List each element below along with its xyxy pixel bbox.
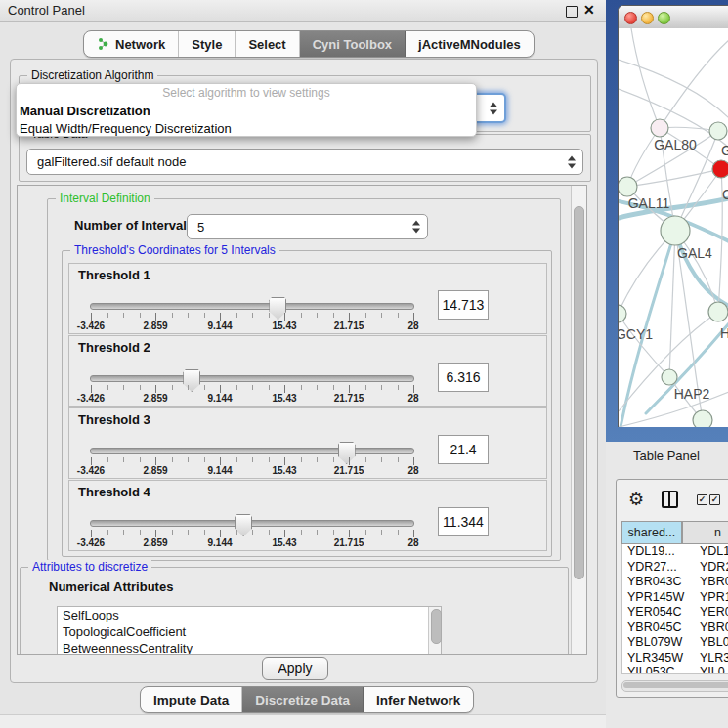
control-panel-titlebar: Control Panel ✕ — [0, 0, 606, 22]
tab-jactivemnodules[interactable]: jActiveMNodules — [406, 31, 534, 57]
tab-label: Impute Data — [153, 693, 229, 707]
threshold-label: Threshold 1 — [78, 268, 150, 282]
tab-style[interactable]: Style — [179, 31, 236, 57]
table-row[interactable]: YIL053CYIL0 — [622, 665, 728, 674]
tick-label: 9.144 — [207, 465, 232, 476]
settings-scrollpane: Interval Definition Number of Intervals … — [17, 185, 587, 655]
table-row[interactable]: YBR043CYBR0 — [622, 575, 728, 590]
gear-icon[interactable]: ⚙ — [628, 489, 644, 510]
tick-label: 21.715 — [334, 465, 364, 476]
attribute-list-item[interactable]: BetweennessCentrality — [58, 640, 441, 655]
threshold-slider[interactable] — [90, 375, 414, 382]
threshold-slider[interactable] — [90, 448, 414, 454]
app-frame: Control Panel ✕ Network Style Select Cyn… — [0, 0, 728, 728]
group-title: Discretization Algorithm — [27, 68, 157, 82]
threshold-panel-1: Threshold 1 -3.4262.8599.14415.4321.7152… — [68, 263, 547, 334]
network-node[interactable] — [619, 177, 637, 196]
tick-label: 2.859 — [143, 537, 167, 548]
slider-ticks — [91, 385, 413, 393]
node-label: G — [721, 143, 728, 158]
attribute-list-item[interactable]: TopologicalCoefficient — [58, 623, 441, 640]
zoom-traffic-light-icon[interactable] — [658, 12, 670, 24]
tab-network[interactable]: Network — [84, 31, 179, 57]
node-label: H — [720, 325, 728, 341]
threshold-slider[interactable] — [90, 520, 414, 527]
tick-label: 2.859 — [143, 321, 167, 331]
network-node[interactable] — [712, 160, 728, 178]
split-columns-icon[interactable] — [662, 491, 678, 508]
slider-tick-labels: -3.4262.8599.14415.4321.71528 — [91, 393, 413, 405]
tab-select[interactable]: Select — [236, 31, 299, 57]
stepper-icon — [411, 221, 420, 234]
checkbox-icon[interactable]: ✓ — [697, 494, 707, 505]
network-node[interactable] — [661, 216, 690, 245]
network-window: GAL80GCGAL11GAL4GCY1HHAP2 — [618, 5, 728, 427]
threshold-slider[interactable] — [90, 303, 414, 310]
float-window-icon[interactable] — [566, 6, 578, 18]
list-scrollbar[interactable] — [431, 609, 442, 644]
top-tab-bar: Network Style Select Cyni Toolbox jActiv… — [83, 30, 535, 58]
node-label: C — [722, 187, 728, 202]
threshold-value-field[interactable]: 14.713 — [438, 290, 489, 320]
table-row[interactable]: YDR27...YDR2 — [622, 560, 728, 576]
table-panel-body: ⚙ ✓ ✓ shared... n YDL19...YDL1YDR27...YD… — [606, 469, 728, 728]
network-node[interactable] — [708, 302, 728, 321]
tab-impute-data[interactable]: Impute Data — [141, 687, 242, 712]
numerical-attributes-list[interactable]: SelfLoopsTopologicalCoefficientBetweenne… — [57, 606, 442, 655]
apply-button[interactable]: Apply — [262, 657, 328, 680]
table-row[interactable]: YDL19...YDL1 — [622, 544, 728, 560]
tab-label: Select — [248, 37, 285, 52]
tick-label: 28 — [407, 537, 418, 548]
dropdown-option-manual[interactable]: Manual Discretization — [17, 103, 476, 120]
tick-label: 28 — [407, 465, 418, 476]
column-header-shared-name[interactable]: shared... — [621, 521, 682, 544]
interval-definition-group: Interval Definition Number of Intervals … — [47, 198, 561, 561]
tab-label: Discretize Data — [255, 693, 350, 707]
table-row[interactable]: YBR045CYBR0 — [622, 621, 728, 636]
column-header-name[interactable]: n — [682, 521, 728, 544]
threshold-value-field[interactable]: 6.316 — [438, 363, 489, 392]
minimize-traffic-light-icon[interactable] — [641, 12, 654, 24]
network-canvas[interactable]: GAL80GCGAL11GAL4GCY1HHAP2 — [619, 28, 728, 427]
dropdown-option-equal-width[interactable]: Equal Width/Frequency Discretization — [17, 120, 476, 138]
tick-label: -3.426 — [77, 393, 105, 404]
tick-label: -3.426 — [77, 465, 105, 476]
network-node[interactable] — [709, 122, 727, 140]
tick-label: 28 — [407, 321, 418, 331]
close-traffic-light-icon[interactable] — [624, 12, 637, 24]
group-title: Threshold's Coordinates for 5 Intervals — [70, 243, 279, 257]
number-of-intervals-combobox[interactable]: 5 — [187, 214, 428, 239]
status-strip — [0, 715, 606, 728]
tab-infer-network[interactable]: Infer Network — [364, 687, 473, 712]
close-icon[interactable]: ✕ — [583, 2, 595, 18]
network-node[interactable] — [662, 369, 677, 385]
table-hscrollbar[interactable] — [621, 680, 728, 692]
table-row[interactable]: YPR145WYPR1 — [622, 590, 728, 606]
tick-label: 15.43 — [272, 537, 296, 548]
checkbox-icon[interactable]: ✓ — [709, 494, 720, 505]
settings-scrollbar[interactable] — [571, 186, 586, 654]
threshold-value-field[interactable]: 21.4 — [438, 435, 489, 464]
network-node[interactable] — [693, 410, 712, 427]
attribute-list-item[interactable]: SelfLoops — [58, 607, 441, 623]
table-row[interactable]: YBL079WYBL0 — [622, 635, 728, 651]
tick-label: 9.144 — [207, 393, 232, 404]
node-label: GAL4 — [677, 245, 712, 261]
table-row[interactable]: YLR345WYLR3 — [622, 651, 728, 666]
tab-discretize-data[interactable]: Discretize Data — [242, 687, 364, 712]
network-node[interactable] — [651, 119, 668, 137]
tab-cyni-toolbox[interactable]: Cyni Toolbox — [300, 31, 406, 57]
numerical-attributes-label: Numerical Attributes — [49, 579, 173, 594]
table-panel-title: Table Panel — [633, 449, 700, 463]
network-node[interactable] — [619, 305, 626, 322]
threshold-value-field[interactable]: 11.344 — [438, 507, 489, 536]
table-row[interactable]: YER054CYER0 — [622, 605, 728, 621]
node-label: HAP2 — [674, 386, 710, 402]
table-data-combobox[interactable]: galFiltered.sif default node — [26, 149, 583, 175]
tab-label: Network — [115, 37, 165, 52]
tab-label: Cyni Toolbox — [313, 37, 392, 52]
tab-label: Infer Network — [376, 693, 460, 707]
table-header-row: shared... n — [621, 521, 728, 544]
number-of-intervals-label: Number of Intervals — [74, 218, 193, 233]
tick-label: -3.426 — [77, 321, 105, 331]
